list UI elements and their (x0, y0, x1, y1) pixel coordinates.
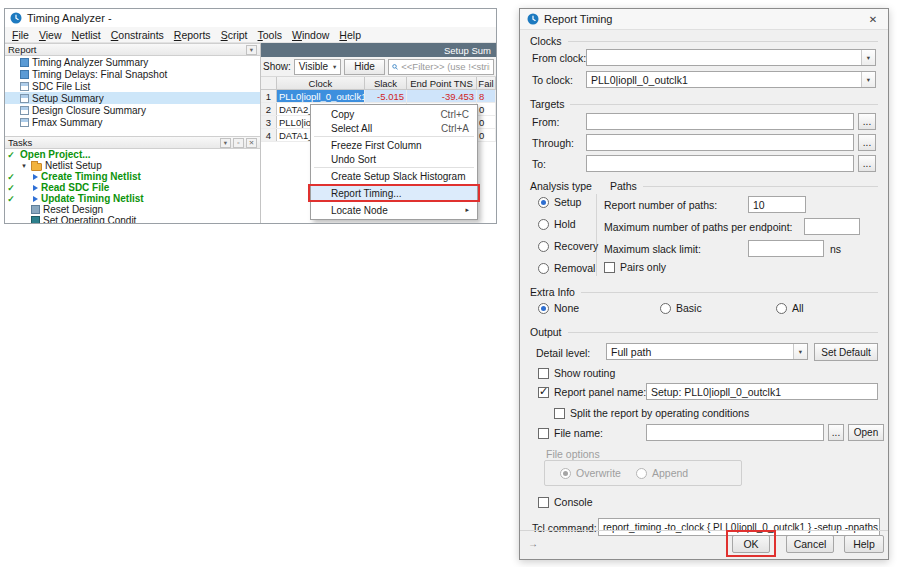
analysis-setup-radio[interactable]: Setup (538, 196, 581, 208)
report-item-timing-analyzer-summary[interactable]: Timing Analyzer Summary (5, 56, 260, 68)
task-netlist-setup-folder[interactable]: ▾ Netlist Setup (5, 160, 260, 171)
close-icon[interactable]: ✕ (865, 14, 881, 25)
help-button[interactable]: Help (844, 535, 884, 553)
menu-tools[interactable]: Tools (252, 29, 287, 41)
context-menu-select-all[interactable]: Select All Ctrl+A (311, 121, 477, 135)
task-read-sdc-file[interactable]: ✓ Read SDC File (5, 182, 260, 193)
analysis-removal-radio[interactable]: Removal (538, 262, 595, 274)
radio-icon[interactable] (538, 241, 549, 252)
cancel-button[interactable]: Cancel (786, 535, 834, 553)
targets-from-input[interactable] (586, 113, 854, 130)
file-name-browse-button[interactable]: ... (828, 424, 844, 441)
footer-divider (520, 530, 888, 531)
open-button[interactable]: Open (848, 424, 884, 441)
checkbox-icon[interactable] (538, 428, 549, 439)
filter-input[interactable]: <<Filter>> (use !<string> to invert (388, 59, 494, 75)
checkbox-icon[interactable] (538, 368, 549, 379)
radio-icon[interactable] (538, 303, 549, 314)
radio-icon[interactable] (538, 219, 549, 230)
chevron-down-icon[interactable]: ▾ (793, 344, 807, 359)
targets-from-browse-button[interactable]: ... (858, 113, 876, 130)
context-menu-locate-node[interactable]: Locate Node ▸ (311, 203, 477, 217)
report-item-sdc-file-list[interactable]: SDC File List (5, 80, 260, 92)
file-name-input[interactable] (646, 424, 824, 441)
task-create-timing-netlist[interactable]: ✓ Create Timing Netlist (5, 171, 260, 182)
expand-arrow-icon[interactable]: ▾ (20, 162, 28, 170)
targets-to-input[interactable] (586, 155, 854, 172)
analysis-hold-radio[interactable]: Hold (538, 218, 576, 230)
task-open-project[interactable]: ✓ Open Project... (5, 149, 260, 160)
report-item-setup-summary[interactable]: Setup Summary (5, 92, 260, 104)
footer-arrow-icon[interactable]: → (528, 538, 538, 549)
menu-file[interactable]: File (7, 29, 34, 41)
menu-script[interactable]: Script (216, 29, 253, 41)
radio-icon[interactable] (538, 263, 549, 274)
console-checkbox[interactable]: Console (538, 496, 593, 508)
tasks-float-icon[interactable]: ▫ (233, 138, 244, 148)
extra-info-basic-radio[interactable]: Basic (660, 302, 702, 314)
task-reset-design[interactable]: Reset Design (5, 204, 260, 215)
targets-through-input[interactable] (586, 134, 854, 151)
max-slack-input[interactable] (748, 240, 824, 257)
task-set-operating-conditions[interactable]: Set Operating Condit (5, 215, 260, 223)
analysis-recovery-radio[interactable]: Recovery (538, 240, 598, 252)
split-report-checkbox[interactable]: Split the report by operating conditions (554, 407, 749, 419)
file-name-checkbox[interactable]: File name: (538, 427, 603, 439)
table-row[interactable]: 1 PLL0|iopll_0_outclk1 -5.015 -39.453 8 (261, 90, 496, 103)
operating-conditions-icon (31, 216, 40, 223)
menu-view[interactable]: View (34, 29, 67, 41)
chevron-down-icon[interactable]: ▾ (861, 50, 875, 65)
extra-info-all-radio[interactable]: All (776, 302, 804, 314)
report-panel-name-checkbox[interactable]: Report panel name: (538, 386, 646, 398)
targets-through-browse-button[interactable]: ... (858, 134, 876, 151)
checkbox-icon[interactable] (604, 262, 615, 273)
fail-column-header[interactable]: Fail (477, 77, 496, 89)
menu-window[interactable]: Window (287, 29, 334, 41)
to-clock-combobox[interactable]: PLL0|iopll_0_outclk1 ▾ (586, 71, 876, 88)
context-menu-create-setup-slack-histogram[interactable]: Create Setup Slack Histogram (311, 169, 477, 183)
set-default-button[interactable]: Set Default (814, 343, 878, 361)
menu-constraints[interactable]: Constraints (106, 29, 169, 41)
context-menu-copy[interactable]: Copy Ctrl+C (311, 107, 477, 121)
pairs-only-checkbox[interactable]: Pairs only (604, 261, 666, 273)
targets-to-browse-button[interactable]: ... (858, 155, 876, 172)
report-paths-input[interactable]: 10 (748, 196, 806, 213)
show-routing-checkbox[interactable]: Show routing (538, 367, 615, 379)
report-item-fmax-summary[interactable]: Fmax Summary (5, 116, 260, 128)
report-item-design-closure-summary[interactable]: Design Closure Summary (5, 104, 260, 116)
chevron-down-icon[interactable]: ▾ (861, 72, 875, 87)
hide-button[interactable]: Hide (344, 59, 385, 75)
show-label: Show: (263, 61, 291, 72)
extra-info-none-radio[interactable]: None (538, 302, 579, 314)
tasks-pin-icon[interactable]: ▾ (220, 138, 231, 148)
report-item-timing-delays[interactable]: Timing Delays: Final Snapshot (5, 68, 260, 80)
checkbox-icon[interactable] (538, 497, 549, 508)
tasks-close-icon[interactable]: ✕ (246, 138, 257, 148)
menubar: File View Netlist Constraints Reports Sc… (5, 27, 496, 43)
menu-help[interactable]: Help (334, 29, 366, 41)
radio-icon[interactable] (538, 197, 549, 208)
detail-level-dropdown[interactable]: Full path ▾ (606, 343, 808, 360)
tcl-command-input[interactable]: report_timing -to_clock { PLL0|iopll_0_o… (598, 518, 880, 536)
task-update-timing-netlist[interactable]: ✓ Update Timing Netlist (5, 193, 260, 204)
context-menu-undo-sort[interactable]: Undo Sort (311, 152, 477, 166)
radio-icon[interactable] (776, 303, 787, 314)
checkbox-icon[interactable] (538, 387, 549, 398)
clock-column-header[interactable]: Clock (277, 77, 365, 89)
from-clock-combobox[interactable]: ▾ (586, 49, 876, 66)
context-menu-report-timing[interactable]: Report Timing... (311, 186, 477, 200)
tns-column-header[interactable]: End Point TNS (407, 77, 477, 89)
context-menu-freeze-first-column[interactable]: Freeze First Column (311, 138, 477, 152)
left-panels: Report ▾ Timing Analyzer Summary Timing … (5, 43, 261, 223)
visible-dropdown[interactable]: Visible ▾ (294, 59, 342, 75)
slack-column-header[interactable]: Slack (365, 77, 407, 89)
menu-netlist[interactable]: Netlist (67, 29, 106, 41)
checkbox-icon[interactable] (554, 408, 565, 419)
report-panel-name-input[interactable]: Setup: PLL0|iopll_0_outclk1 (646, 383, 878, 400)
radio-icon[interactable] (660, 303, 671, 314)
ok-button[interactable]: OK (732, 535, 770, 553)
menu-reports[interactable]: Reports (169, 29, 216, 41)
max-endpoint-input[interactable] (804, 218, 860, 235)
report-pin-icon[interactable]: ▾ (246, 45, 257, 55)
append-radio: Append (636, 467, 688, 479)
